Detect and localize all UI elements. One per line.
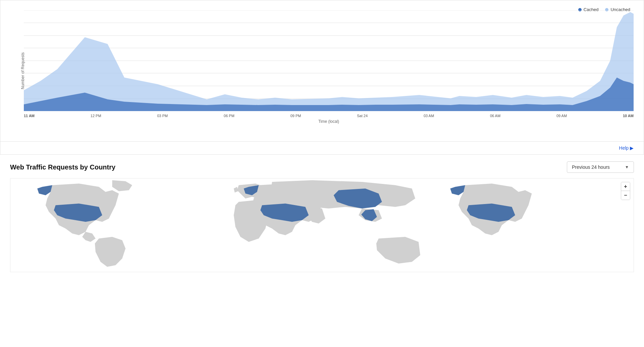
traffic-section: Web Traffic Requests by Country Previous… <box>0 155 644 272</box>
time-filter-label: Previous 24 hours <box>572 164 610 170</box>
map-zoom-controls: + − <box>621 182 630 200</box>
svg-marker-17 <box>24 12 634 111</box>
chevron-down-icon: ▼ <box>625 165 629 169</box>
x-label-3pm: 03 PM <box>157 114 168 118</box>
chart-svg: 325 300 250 200 150 100 50 0 <box>24 10 634 111</box>
traffic-header: Web Traffic Requests by Country Previous… <box>10 161 634 173</box>
chart-section: Cached Uncached Number of Requests <box>0 0 644 155</box>
x-label-9pm: 09 PM <box>290 114 301 118</box>
x-label-10am: 10 AM <box>623 114 634 118</box>
x-label-6am: 06 AM <box>490 114 500 118</box>
map-zoom-out-button[interactable]: − <box>621 191 630 200</box>
map-zoom-in-button[interactable]: + <box>621 182 630 191</box>
x-label-6pm: 06 PM <box>224 114 234 118</box>
x-label-11am: 11 AM <box>24 114 35 118</box>
x-label-9am: 09 AM <box>556 114 567 118</box>
chart-footer: Help ▶ <box>0 141 644 154</box>
x-label-3am: 03 AM <box>424 114 434 118</box>
chart-area: 325 300 250 200 150 100 50 0 <box>24 10 634 125</box>
traffic-section-title: Web Traffic Requests by Country <box>10 163 115 171</box>
x-label-12pm: 12 PM <box>91 114 101 118</box>
map-container: + − <box>10 178 634 272</box>
help-link[interactable]: Help ▶ <box>619 145 634 151</box>
x-label-sat24: Sat 24 <box>357 114 368 118</box>
time-filter-dropdown[interactable]: Previous 24 hours ▼ <box>567 161 634 173</box>
page-container: Cached Uncached Number of Requests <box>0 0 644 347</box>
world-map-svg <box>10 179 634 272</box>
chart-wrapper: Cached Uncached Number of Requests <box>0 0 644 141</box>
x-axis: 11 AM 12 PM 03 PM 06 PM 09 PM Sat 24 03 … <box>24 112 634 118</box>
x-axis-title: Time (local) <box>24 119 634 124</box>
